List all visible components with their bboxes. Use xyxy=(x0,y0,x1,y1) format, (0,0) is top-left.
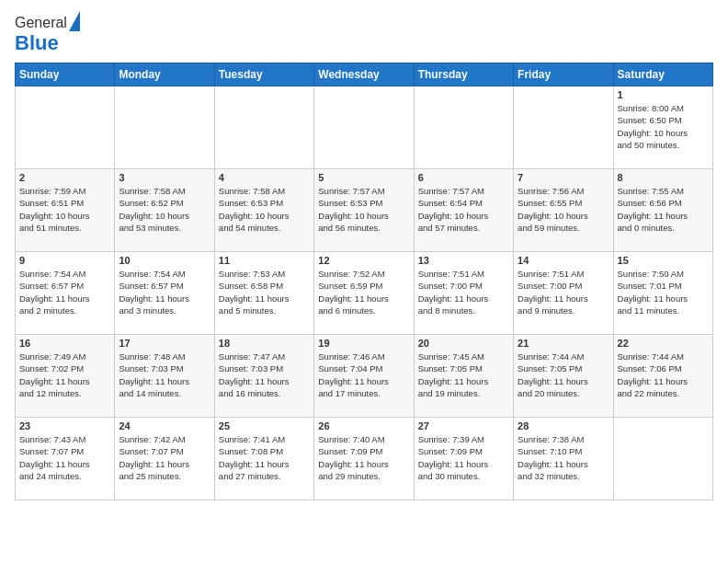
weekday-header: Thursday xyxy=(414,63,513,86)
day-number: 8 xyxy=(618,172,709,183)
day-info: Sunrise: 7:56 AM Sunset: 6:55 PM Dayligh… xyxy=(518,185,609,234)
calendar-day-cell: 23Sunrise: 7:43 AM Sunset: 7:07 PM Dayli… xyxy=(16,418,115,500)
day-info: Sunrise: 7:57 AM Sunset: 6:53 PM Dayligh… xyxy=(318,185,409,234)
calendar-day-cell xyxy=(414,86,513,169)
day-number: 13 xyxy=(418,255,509,266)
day-info: Sunrise: 7:51 AM Sunset: 7:00 PM Dayligh… xyxy=(518,268,609,316)
weekday-header: Saturday xyxy=(613,63,712,86)
day-info: Sunrise: 7:45 AM Sunset: 7:05 PM Dayligh… xyxy=(418,350,509,399)
weekday-header: Monday xyxy=(115,63,214,86)
day-number: 24 xyxy=(119,420,210,431)
calendar-day-cell: 24Sunrise: 7:42 AM Sunset: 7:07 PM Dayli… xyxy=(115,418,214,500)
day-info: Sunrise: 8:00 AM Sunset: 6:50 PM Dayligh… xyxy=(618,102,709,151)
day-number: 12 xyxy=(318,255,409,266)
day-info: Sunrise: 7:58 AM Sunset: 6:52 PM Dayligh… xyxy=(119,185,210,234)
calendar-day-cell: 16Sunrise: 7:49 AM Sunset: 7:02 PM Dayli… xyxy=(16,335,115,418)
calendar-day-cell: 8Sunrise: 7:55 AM Sunset: 6:56 PM Daylig… xyxy=(613,169,712,252)
calendar-week-row: 9Sunrise: 7:54 AM Sunset: 6:57 PM Daylig… xyxy=(16,252,713,335)
calendar-day-cell: 26Sunrise: 7:40 AM Sunset: 7:09 PM Dayli… xyxy=(314,418,414,500)
day-number: 23 xyxy=(19,420,110,431)
calendar-day-cell: 1Sunrise: 8:00 AM Sunset: 6:50 PM Daylig… xyxy=(613,86,712,169)
day-info: Sunrise: 7:44 AM Sunset: 7:06 PM Dayligh… xyxy=(618,350,709,399)
calendar-table: SundayMondayTuesdayWednesdayThursdayFrid… xyxy=(15,63,713,500)
day-number: 26 xyxy=(318,420,409,431)
day-number: 15 xyxy=(618,255,709,266)
day-number: 2 xyxy=(19,172,110,183)
day-info: Sunrise: 7:59 AM Sunset: 6:51 PM Dayligh… xyxy=(19,185,110,234)
calendar-day-cell: 27Sunrise: 7:39 AM Sunset: 7:09 PM Dayli… xyxy=(414,418,513,500)
weekday-header: Friday xyxy=(514,63,613,86)
day-number: 25 xyxy=(219,420,310,431)
calendar-day-cell: 28Sunrise: 7:38 AM Sunset: 7:10 PM Dayli… xyxy=(514,418,613,500)
logo-triangle-icon xyxy=(69,11,80,31)
day-number: 7 xyxy=(518,172,609,183)
calendar-day-cell: 10Sunrise: 7:54 AM Sunset: 6:57 PM Dayli… xyxy=(115,252,214,335)
day-number: 9 xyxy=(19,255,110,266)
day-number: 4 xyxy=(219,172,310,183)
calendar-week-row: 1Sunrise: 8:00 AM Sunset: 6:50 PM Daylig… xyxy=(16,86,713,169)
calendar-day-cell: 5Sunrise: 7:57 AM Sunset: 6:53 PM Daylig… xyxy=(314,169,414,252)
calendar-day-cell: 11Sunrise: 7:53 AM Sunset: 6:58 PM Dayli… xyxy=(214,252,313,335)
weekday-header: Sunday xyxy=(16,63,115,86)
calendar-day-cell: 12Sunrise: 7:52 AM Sunset: 6:59 PM Dayli… xyxy=(314,252,414,335)
day-info: Sunrise: 7:55 AM Sunset: 6:56 PM Dayligh… xyxy=(618,185,709,234)
calendar-week-row: 16Sunrise: 7:49 AM Sunset: 7:02 PM Dayli… xyxy=(16,335,713,418)
day-number: 1 xyxy=(618,89,709,100)
calendar-day-cell: 13Sunrise: 7:51 AM Sunset: 7:00 PM Dayli… xyxy=(414,252,513,335)
calendar-day-cell: 14Sunrise: 7:51 AM Sunset: 7:00 PM Dayli… xyxy=(514,252,613,335)
day-number: 14 xyxy=(518,255,609,266)
day-number: 3 xyxy=(119,172,210,183)
day-info: Sunrise: 7:42 AM Sunset: 7:07 PM Dayligh… xyxy=(119,433,210,482)
day-info: Sunrise: 7:41 AM Sunset: 7:08 PM Dayligh… xyxy=(219,433,310,482)
calendar-day-cell: 2Sunrise: 7:59 AM Sunset: 6:51 PM Daylig… xyxy=(16,169,115,252)
calendar-day-cell: 21Sunrise: 7:44 AM Sunset: 7:05 PM Dayli… xyxy=(514,335,613,418)
day-number: 21 xyxy=(518,338,609,349)
calendar-header-row: SundayMondayTuesdayWednesdayThursdayFrid… xyxy=(16,63,713,86)
calendar-day-cell xyxy=(613,418,712,500)
calendar-day-cell xyxy=(214,86,313,169)
day-number: 6 xyxy=(418,172,509,183)
calendar-day-cell xyxy=(514,86,613,169)
calendar-day-cell xyxy=(16,86,115,169)
day-info: Sunrise: 7:48 AM Sunset: 7:03 PM Dayligh… xyxy=(119,350,210,399)
logo-blue-text: Blue xyxy=(15,31,80,55)
day-info: Sunrise: 7:39 AM Sunset: 7:09 PM Dayligh… xyxy=(418,433,509,482)
calendar-week-row: 2Sunrise: 7:59 AM Sunset: 6:51 PM Daylig… xyxy=(16,169,713,252)
calendar-day-cell: 6Sunrise: 7:57 AM Sunset: 6:54 PM Daylig… xyxy=(414,169,513,252)
day-info: Sunrise: 7:44 AM Sunset: 7:05 PM Dayligh… xyxy=(518,350,609,399)
calendar-day-cell: 9Sunrise: 7:54 AM Sunset: 6:57 PM Daylig… xyxy=(16,252,115,335)
day-number: 27 xyxy=(418,420,509,431)
weekday-header: Tuesday xyxy=(214,63,313,86)
day-number: 18 xyxy=(219,338,310,349)
day-number: 11 xyxy=(219,255,310,266)
calendar-day-cell: 18Sunrise: 7:47 AM Sunset: 7:03 PM Dayli… xyxy=(214,335,313,418)
day-info: Sunrise: 7:57 AM Sunset: 6:54 PM Dayligh… xyxy=(418,185,509,234)
day-number: 20 xyxy=(418,338,509,349)
day-info: Sunrise: 7:53 AM Sunset: 6:58 PM Dayligh… xyxy=(219,268,310,316)
day-info: Sunrise: 7:47 AM Sunset: 7:03 PM Dayligh… xyxy=(219,350,310,399)
day-number: 17 xyxy=(119,338,210,349)
day-info: Sunrise: 7:40 AM Sunset: 7:09 PM Dayligh… xyxy=(318,433,409,482)
day-info: Sunrise: 7:54 AM Sunset: 6:57 PM Dayligh… xyxy=(19,268,110,316)
day-info: Sunrise: 7:49 AM Sunset: 7:02 PM Dayligh… xyxy=(19,350,110,399)
calendar-day-cell: 3Sunrise: 7:58 AM Sunset: 6:52 PM Daylig… xyxy=(115,169,214,252)
calendar-day-cell xyxy=(314,86,414,169)
day-number: 19 xyxy=(318,338,409,349)
day-info: Sunrise: 7:46 AM Sunset: 7:04 PM Dayligh… xyxy=(318,350,409,399)
calendar-day-cell: 4Sunrise: 7:58 AM Sunset: 6:53 PM Daylig… xyxy=(214,169,313,252)
day-info: Sunrise: 7:38 AM Sunset: 7:10 PM Dayligh… xyxy=(518,433,609,482)
day-info: Sunrise: 7:50 AM Sunset: 7:01 PM Dayligh… xyxy=(618,268,709,316)
day-info: Sunrise: 7:43 AM Sunset: 7:07 PM Dayligh… xyxy=(19,433,110,482)
day-info: Sunrise: 7:58 AM Sunset: 6:53 PM Dayligh… xyxy=(219,185,310,234)
day-info: Sunrise: 7:54 AM Sunset: 6:57 PM Dayligh… xyxy=(119,268,210,316)
calendar-day-cell: 25Sunrise: 7:41 AM Sunset: 7:08 PM Dayli… xyxy=(214,418,313,500)
day-number: 28 xyxy=(518,420,609,431)
logo-general-text: General xyxy=(15,15,67,31)
calendar-day-cell: 20Sunrise: 7:45 AM Sunset: 7:05 PM Dayli… xyxy=(414,335,513,418)
day-number: 5 xyxy=(318,172,409,183)
logo: General Blue xyxy=(15,15,80,55)
calendar-day-cell: 7Sunrise: 7:56 AM Sunset: 6:55 PM Daylig… xyxy=(514,169,613,252)
day-number: 10 xyxy=(119,255,210,266)
calendar-day-cell xyxy=(115,86,214,169)
day-number: 22 xyxy=(618,338,709,349)
